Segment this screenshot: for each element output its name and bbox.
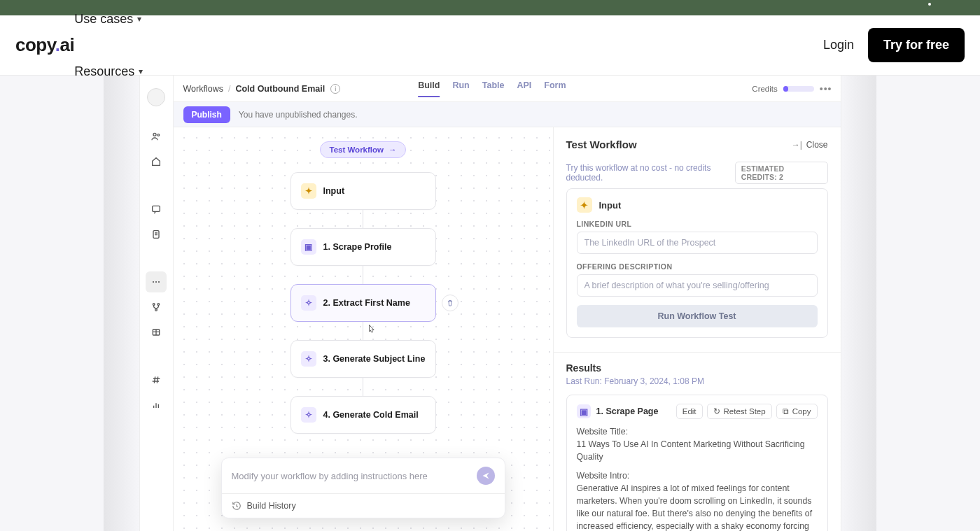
credits-meter — [783, 86, 814, 92]
avatar[interactable] — [147, 88, 165, 106]
site-header: copy.ai Product▾ Use cases▾ Resources▾ P… — [0, 15, 980, 76]
svg-point-9 — [155, 309, 158, 311]
input-section-title: Input — [599, 200, 622, 211]
ai-icon: ✧ — [301, 407, 316, 423]
node-generate-cold-email[interactable]: ✧ 4. Generate Cold Email — [290, 396, 436, 434]
ai-icon: ✧ — [301, 351, 316, 367]
sparkle-icon: ✦ — [577, 197, 592, 213]
build-history-link[interactable]: Build History — [222, 493, 505, 518]
app-window: Workflows / Cold Outbound Email i Build … — [139, 76, 841, 531]
publish-button[interactable]: Publish — [183, 106, 230, 123]
workflow-canvas[interactable]: Test Workflow → ✦ Input ▣ 1. Scrape Prof… — [174, 127, 554, 531]
notice-bar: Publish You have unpublished changes. — [174, 102, 841, 127]
try-free-button[interactable]: Try for free — [868, 28, 965, 62]
node-generate-subject-line[interactable]: ✧ 3. Generate Subject Line — [290, 340, 436, 378]
login-link[interactable]: Login — [823, 38, 854, 52]
field-label-linkedin: LINKEDIN URL — [577, 220, 818, 228]
workflow-tabs: Build Run Table API Form — [418, 80, 566, 97]
workflow-icon[interactable] — [146, 271, 167, 292]
svg-point-5 — [155, 281, 157, 283]
run-workflow-test-button[interactable]: Run Workflow Test — [577, 305, 818, 327]
estimated-credits-pill: ESTIMATED CREDITS: 2 — [735, 162, 828, 184]
result-body: Website Title:11 Ways To Use AI In Conte… — [577, 426, 818, 531]
branch-icon[interactable] — [146, 297, 167, 318]
copy-icon: ⧉ — [783, 407, 789, 416]
node-extract-first-name[interactable]: ✧ 2. Extract First Name — [290, 284, 436, 322]
tab-build[interactable]: Build — [418, 80, 440, 97]
sparkle-icon: ✦ — [301, 183, 316, 199]
node-label: 2. Extract First Name — [323, 298, 410, 308]
last-run-text: Last Run: February 3, 2024, 1:08 PM — [566, 376, 828, 386]
test-workflow-pill[interactable]: Test Workflow → — [320, 141, 405, 158]
breadcrumb: Workflows / Cold Outbound Email i Build … — [174, 76, 841, 102]
logo-text-pre: copy — [15, 34, 55, 55]
nav-use-cases[interactable]: Use cases▾ — [74, 12, 823, 27]
svg-rect-2 — [153, 206, 160, 211]
test-form-card: ✦ Input LINKEDIN URL OFFERING DESCRIPTIO… — [566, 188, 828, 338]
document-icon[interactable] — [146, 224, 167, 245]
node-label: 4. Generate Cold Email — [323, 410, 419, 420]
tab-api[interactable]: API — [517, 80, 531, 97]
ai-icon: ✧ — [301, 295, 316, 311]
svg-point-8 — [158, 304, 160, 306]
arrow-right-icon: → — [388, 146, 397, 154]
tab-run[interactable]: Run — [452, 80, 469, 97]
close-icon: →| — [792, 140, 802, 150]
results-heading: Results — [566, 362, 828, 374]
close-panel-button[interactable]: →| Close — [792, 140, 828, 150]
breadcrumb-root[interactable]: Workflows — [183, 84, 223, 94]
svg-point-4 — [153, 281, 154, 283]
hash-icon[interactable] — [146, 369, 167, 390]
home-icon[interactable] — [146, 151, 167, 172]
test-panel: Test Workflow →| Close Try this workflow… — [554, 127, 841, 531]
result-title: 1. Scrape Page — [596, 406, 659, 416]
cursor-pointer-icon — [366, 323, 376, 338]
refresh-icon: ↻ — [713, 406, 720, 416]
more-menu-icon[interactable]: ••• — [820, 83, 832, 94]
box-icon: ▣ — [577, 404, 591, 418]
chevron-down-icon: ▾ — [139, 66, 143, 76]
svg-point-0 — [153, 133, 156, 136]
node-label: 3. Generate Subject Line — [323, 354, 426, 364]
result-card: ▣ 1. Scrape Page Edit ↻ Retest Step — [566, 395, 828, 531]
chat-box: Build History — [221, 458, 505, 518]
panel-title: Test Workflow — [566, 139, 637, 150]
tab-form[interactable]: Form — [544, 80, 566, 97]
delete-node-button[interactable] — [442, 295, 458, 311]
logo-text-post: ai — [60, 34, 75, 55]
logo[interactable]: copy.ai — [15, 34, 74, 56]
send-button[interactable] — [477, 467, 495, 485]
edit-step-button[interactable]: Edit — [676, 404, 703, 419]
analytics-icon[interactable] — [146, 395, 167, 416]
logo-dot-icon: . — [55, 34, 60, 55]
offering-description-input[interactable] — [577, 274, 818, 297]
breadcrumb-current[interactable]: Cold Outbound Email — [235, 84, 325, 94]
app-sidebar — [140, 76, 174, 531]
chat-icon[interactable] — [146, 199, 167, 220]
credits-label: Credits — [752, 85, 777, 93]
people-icon[interactable] — [146, 126, 167, 147]
table-icon[interactable] — [146, 322, 167, 343]
tab-table[interactable]: Table — [482, 80, 505, 97]
chevron-down-icon: ▾ — [137, 14, 141, 24]
retest-step-button[interactable]: ↻ Retest Step — [707, 404, 772, 419]
linkedin-url-input[interactable] — [577, 232, 818, 254]
node-input[interactable]: ✦ Input — [290, 172, 436, 210]
copy-step-button[interactable]: ⧉ Copy — [776, 404, 818, 419]
node-label: 1. Scrape Profile — [323, 242, 392, 252]
node-label: Input — [323, 186, 345, 196]
box-icon: ▣ — [301, 239, 316, 255]
svg-point-7 — [153, 304, 155, 306]
history-icon — [232, 501, 241, 511]
svg-point-6 — [158, 281, 160, 283]
field-label-offering: OFFERING DESCRIPTION — [577, 262, 818, 271]
notice-text: You have unpublished changes. — [239, 110, 358, 120]
workflow-instruction-input[interactable] — [232, 471, 477, 481]
info-icon[interactable]: i — [330, 84, 340, 94]
try-note: Try this workflow at no cost - no credit… — [566, 163, 735, 183]
node-scrape-profile[interactable]: ▣ 1. Scrape Profile — [290, 228, 436, 266]
svg-point-1 — [158, 134, 160, 136]
